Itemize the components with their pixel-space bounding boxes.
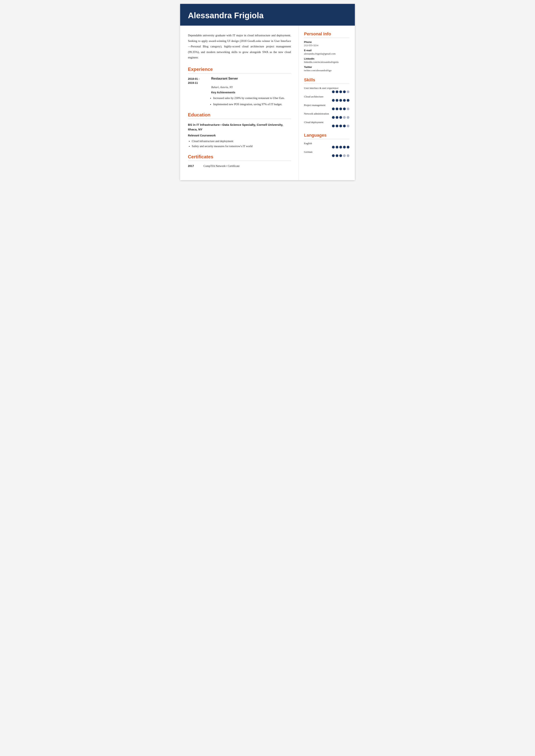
candidate-name: Alessandra Frigiola — [188, 11, 347, 20]
dot-filled — [332, 154, 335, 157]
achievements-list: Increased sales by 230% by connecting re… — [213, 96, 291, 107]
achievement-item: Implemented new POS integration, saving … — [213, 102, 291, 107]
lang-block-english: English — [304, 142, 350, 149]
dot-filled — [336, 116, 338, 119]
certificates-title: Certificates — [188, 154, 291, 159]
dot-filled — [336, 154, 338, 157]
experience-section: Experience 2018-01 - 2019-11 Restaurant … — [188, 67, 291, 107]
lang-dots-english — [304, 146, 350, 149]
dot-filled — [336, 107, 338, 110]
education-section: Education BS in IT Infrastructure—Data S… — [188, 112, 291, 149]
sidebar-column: Personal Info Phone 212-555-3214 E-mail … — [298, 26, 355, 180]
dot-filled — [336, 91, 338, 93]
dot-empty — [343, 116, 346, 119]
dot-filled — [339, 91, 342, 93]
experience-divider — [188, 73, 291, 73]
education-block: BS in IT Infrastructure—Data Science Spe… — [188, 123, 291, 149]
dot-filled — [343, 107, 346, 110]
cert-year: 2017 — [188, 164, 204, 168]
coursework-list: Cloud infrastructure and deployment Safe… — [192, 139, 291, 149]
dot-filled — [332, 116, 335, 119]
dot-filled — [336, 146, 338, 149]
lang-dots-german — [304, 154, 350, 157]
dot-filled — [332, 91, 335, 93]
dot-empty — [343, 154, 346, 157]
skill-dots-cloud-arch — [304, 99, 350, 102]
dot-filled — [343, 91, 346, 93]
skill-dots-network — [304, 116, 350, 119]
main-column: Dependable university graduate with IT m… — [180, 26, 298, 180]
skill-dots-cloud-deploy — [304, 125, 350, 127]
dot-filled — [336, 99, 338, 102]
exp-header: 2018-01 - 2019-11 Restaurant Server — [188, 77, 291, 85]
skill-dots-ui — [304, 91, 350, 93]
skills-section: Skills User interface & user experience … — [304, 77, 350, 127]
dot-empty — [347, 116, 350, 119]
dot-filled — [339, 125, 342, 127]
personal-info-twitter: Twitter twitter.com/alessandrafrigo — [304, 66, 350, 72]
coursework-title: Relevant Coursework — [188, 134, 291, 137]
body-container: Dependable university graduate with IT m… — [180, 26, 355, 180]
personal-info-divider — [304, 38, 350, 38]
certificates-section: Certificates 2017 CompTIA Network+ Certi… — [188, 154, 291, 168]
dot-filled — [332, 107, 335, 110]
dot-filled — [339, 146, 342, 149]
dot-filled — [336, 125, 338, 127]
personal-info-phone: Phone 212-555-3214 — [304, 41, 350, 47]
skill-block-cloud-deploy: Cloud deployment — [304, 121, 350, 127]
skill-block-ui: User interface & user experience — [304, 87, 350, 93]
personal-info-linkedin: LinkedIn linkedin.com/in/alessandrafrigi… — [304, 57, 350, 64]
cert-name: CompTIA Network+ Certificate — [204, 164, 239, 168]
dot-filled — [339, 99, 342, 102]
course-item: Cloud infrastructure and deployment — [192, 139, 291, 144]
languages-section: Languages English German — [304, 133, 350, 157]
skills-title: Skills — [304, 77, 350, 82]
edu-degree: BS in IT Infrastructure—Data Science Spe… — [188, 123, 291, 132]
summary-text: Dependable university graduate with IT m… — [188, 33, 291, 60]
cert-block: 2017 CompTIA Network+ Certificate — [188, 164, 291, 168]
dot-filled — [347, 99, 350, 102]
dot-filled — [347, 146, 350, 149]
achievement-item: Increased sales by 230% by connecting re… — [213, 96, 291, 100]
skill-dots-pm — [304, 107, 350, 110]
dot-empty — [347, 154, 350, 157]
key-achievements-title: Key Achievements — [211, 91, 291, 94]
experience-block: 2018-01 - 2019-11 Restaurant Server Baha… — [188, 77, 291, 107]
course-item: Safety and security measures for tomorro… — [192, 144, 291, 149]
dot-filled — [343, 125, 346, 127]
personal-info-email: E-mail alessandra.frigiola@gmail.com — [304, 49, 350, 55]
skill-block-cloud-arch: Cloud architecture — [304, 95, 350, 102]
dot-filled — [332, 146, 335, 149]
dot-filled — [339, 154, 342, 157]
resume-container: Alessandra Frigiola Dependable universit… — [180, 4, 355, 180]
dot-filled — [332, 125, 335, 127]
resume-header: Alessandra Frigiola — [180, 4, 355, 26]
dot-filled — [339, 107, 342, 110]
personal-info-title: Personal Info — [304, 31, 350, 37]
dot-filled — [339, 116, 342, 119]
languages-title: Languages — [304, 133, 350, 138]
exp-title: Restaurant Server — [211, 77, 238, 85]
dot-empty — [347, 125, 350, 127]
skill-block-network: Network administration — [304, 112, 350, 119]
dot-filled — [343, 146, 346, 149]
exp-dates: 2018-01 - 2019-11 — [188, 77, 211, 85]
dot-empty — [347, 91, 350, 93]
personal-info-section: Personal Info Phone 212-555-3214 E-mail … — [304, 31, 350, 72]
skills-divider — [304, 84, 350, 84]
experience-title: Experience — [188, 67, 291, 72]
exp-company: Bahari, Astoria, NY — [211, 86, 291, 89]
skill-block-pm: Project management — [304, 104, 350, 110]
dot-filled — [343, 99, 346, 102]
lang-block-german: German — [304, 151, 350, 157]
education-title: Education — [188, 112, 291, 118]
dot-filled — [332, 99, 335, 102]
dot-empty — [347, 107, 350, 110]
